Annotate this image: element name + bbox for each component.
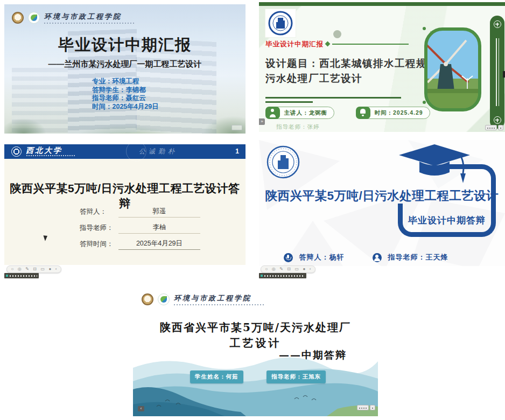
field-label: 答辩时间： [80, 240, 118, 250]
field-row: 指导老师： 李柚 [80, 223, 200, 234]
slide3-fields: 答辩人： 郭遥 指导老师： 李柚 答辩时间： 2025年4月29日 [80, 207, 200, 255]
select-region-icon[interactable]: ⊡ [33, 267, 37, 271]
highlighter-icon[interactable]: ◎ [272, 267, 276, 271]
university-logo-box [265, 9, 296, 37]
person-icon [373, 253, 382, 262]
windmill-photo [424, 27, 481, 111]
advisor-label: 指导老师：王天烽 [388, 253, 448, 262]
slide-5-watercolor-midterm: 环境与市政工程学院 陕西省兴平市某5万吨/天污水处理厂 工艺设计 ——中期答辩 … [133, 287, 378, 416]
school-name-block: 环境与市政工程学院 [44, 12, 135, 24]
pen-icon[interactable]: ✎ [279, 267, 283, 271]
slide-3-northwest-univ: 西北大学 公诚勤朴 1 陕西兴平某5万吨/日污水处理工程工艺设计答辩 答辩人： … [4, 144, 246, 265]
slide-4-blue-midterm: 陕西兴平某5万吨/日污水处理工程工艺设计 毕业设计中期答辩 答辩人：杨轩 指导老… [259, 140, 505, 266]
tooltip-color-swatch [6, 275, 8, 277]
info-advisor: 指导老师：聂红云 [92, 94, 159, 103]
thumbnail-controls [357, 405, 375, 410]
info-date: 时间：2025年4月29日 [92, 103, 159, 111]
field-label: 指导老师： [80, 223, 118, 234]
field-row: 答辩时间： 2025年4月29日 [80, 239, 200, 250]
defender-label: 答辩人：杨轩 [299, 253, 345, 262]
compass-icon [494, 116, 501, 124]
university-seal-logo [266, 145, 300, 181]
field-row: 答辩人： 郭遥 [80, 207, 200, 218]
university-seal-icon [11, 146, 22, 157]
field-value: 李柚 [118, 223, 200, 234]
field-value: 2025年4月29日 [118, 239, 200, 250]
school-name-block: 环境与市政工程学院 [174, 293, 264, 305]
advisor-badge: 指导老师：王旭东 [266, 370, 326, 383]
whiteboard-icon[interactable]: ▭ [295, 267, 299, 271]
divider-line [332, 44, 409, 45]
presenter-toolbar: ○ ◎ ✎ ⊡ ▭ ● ‹ [6, 265, 61, 273]
university-name: 西北大学 [26, 146, 62, 156]
select-region-icon[interactable]: ⊡ [287, 267, 291, 271]
midterm-banner: 毕业设计中期答辩 [404, 214, 490, 227]
field-label: 答辩人： [80, 207, 118, 218]
windmill-illustration [427, 31, 478, 108]
slide1-info-block: 专业：环境工程 答辩学生：李锦都 指导老师：聂红云 时间：2025年4月29日 [92, 78, 159, 111]
person-icon [265, 107, 280, 119]
page-number: 1 [235, 148, 239, 155]
page-edge-tab[interactable] [503, 71, 505, 78]
arc-dot-top [423, 27, 426, 30]
zoom-control-button[interactable] [357, 405, 369, 410]
field-value: 郭遥 [118, 207, 200, 218]
scroll-sidebar [490, 16, 504, 129]
advisor-label: 指导老师：张婷 [276, 123, 320, 131]
more-tools-icon[interactable]: ● [303, 267, 306, 271]
slide1-title: 毕业设计中期汇报 [4, 34, 246, 56]
presenter-toolbar: ○ ◎ ✎ ⊡ ▭ ● ‹ [261, 265, 315, 273]
laser-pointer-icon[interactable]: ○ [11, 267, 13, 271]
watercolor-mountains [133, 335, 378, 416]
collapse-toolbar-icon[interactable]: ‹ [55, 267, 57, 271]
watermark [232, 125, 242, 130]
slide4-footer-row: 答辩人：杨轩 指导老师：王天烽 [259, 253, 473, 262]
school-name: 环境与市政工程学院 [44, 12, 135, 22]
report-tag: 毕业设计中期汇报 [265, 40, 324, 49]
bell-icon [356, 107, 370, 119]
expand-button[interactable] [370, 405, 375, 410]
slide5-header: 环境与市政工程学院 [142, 293, 264, 305]
toolbar-tooltip [259, 273, 306, 278]
microphone-icon [284, 253, 293, 262]
more-tools-icon[interactable]: ● [49, 267, 52, 271]
school-name: 环境与市政工程学院 [174, 293, 264, 303]
design-title-line1: 设计题目：西北某城镇排水工程规划及 [265, 57, 451, 70]
zoom-control-button[interactable] [485, 125, 497, 130]
time-label: 时间：2025.4.29 [375, 109, 423, 117]
design-title-line2: 污水处理厂工艺设计 [265, 72, 451, 85]
scroll-line [496, 38, 497, 106]
school-name-english-line [44, 23, 135, 24]
slide4-title: 陕西兴平某5万吨/日污水处理工程工艺设计 [261, 187, 503, 204]
speaker-badge: 主讲人：龙弼衡 [265, 107, 334, 119]
expand-button[interactable] [498, 125, 503, 130]
info-major: 专业：环境工程 [92, 78, 159, 86]
slide1-subtitle: ——兰州市某污水处理厂一期工程工艺设计 [4, 59, 246, 69]
university-seal-icon [142, 293, 153, 305]
slide5-title-line1: 陕西省兴平市某5万吨/天污水处理厂 [133, 320, 378, 335]
info-student: 答辩学生：李锦都 [92, 86, 159, 95]
slide-2-green-midterm: 毕业设计中期汇报 设计题目：西北某城镇排水工程规划及 污水处理厂工艺设计 主讲人… [259, 2, 505, 132]
tooltip-color-swatch [261, 275, 263, 277]
mouse-cursor [43, 234, 48, 241]
university-name-english-line [26, 155, 76, 156]
thumbnail-controls [485, 125, 503, 130]
laser-pointer-icon[interactable]: ○ [265, 267, 268, 271]
collapse-chip[interactable]: » [259, 118, 265, 125]
university-seal-icon [12, 12, 24, 24]
screenshot-canvas: 环境与市政工程学院 毕业设计中期汇报 ——兰州市某污水处理厂一期工程工艺设计 专… [0, 0, 505, 420]
highlighter-icon[interactable]: ◎ [18, 267, 22, 271]
collapse-toolbar-icon[interactable]: ‹ [310, 267, 311, 271]
eco-leaf-logo-icon [158, 293, 170, 305]
tooltip-text-placeholder [264, 275, 305, 277]
whiteboard-icon[interactable]: ▭ [41, 267, 45, 271]
university-seal-icon [266, 145, 300, 179]
university-motto: 公诚勤朴 [139, 147, 178, 156]
university-seal-icon [268, 11, 293, 36]
student-name-badge: 学生姓名：何茹 [190, 370, 243, 383]
collapse-chip[interactable]: ‹ [138, 406, 144, 411]
tooltip-text-placeholder [10, 275, 37, 277]
pen-icon[interactable]: ✎ [25, 267, 29, 271]
scroll-line [499, 38, 500, 106]
eco-leaf-logo-icon [28, 12, 40, 24]
